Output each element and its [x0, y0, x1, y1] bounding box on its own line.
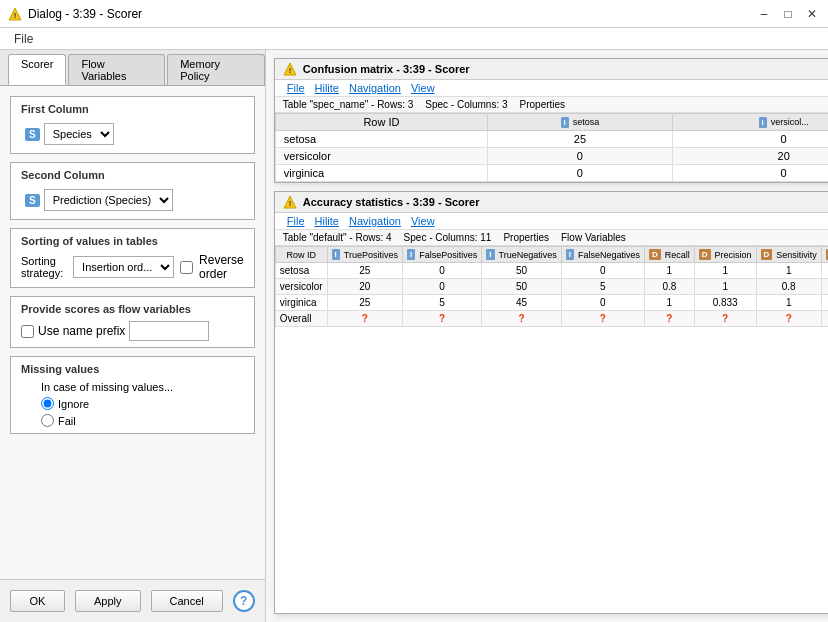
- confusion-navigation-menu[interactable]: Navigation: [345, 82, 405, 94]
- dialog-buttons: OK Apply Cancel ?: [0, 579, 265, 622]
- first-column-select-row: S Species: [21, 121, 244, 147]
- dialog-panel: Scorer Flow Variables Memory Policy Firs…: [0, 50, 266, 622]
- confusion-matrix-menu-bar: File Hilite Navigation View: [275, 80, 828, 97]
- ok-button[interactable]: OK: [10, 590, 65, 612]
- title-bar: ! Dialog - 3:39 - Scorer – □ ✕: [0, 0, 828, 28]
- second-column-select-row: S Prediction (Species): [21, 187, 244, 213]
- tab-flow-variables[interactable]: Flow Variables: [68, 54, 165, 85]
- sorting-strategy-dropdown[interactable]: Insertion ord...: [73, 256, 174, 278]
- use-name-prefix-label: Use name prefix: [38, 324, 125, 338]
- confusion-matrix-title: Confusion matrix - 3:39 - Scorer: [303, 63, 470, 75]
- stat-col-truepos: ITruePositives: [327, 247, 402, 263]
- stat-col-sensitivity: DSensitivity: [756, 247, 821, 263]
- col-badge-setosa: I: [561, 117, 569, 128]
- second-column-section: Second Column S Prediction (Species): [10, 162, 255, 220]
- missing-values-label: Missing values: [21, 363, 244, 375]
- main-menu-bar: File: [0, 28, 828, 50]
- accuracy-warning-icon: !: [283, 195, 297, 209]
- sorting-row: Sorting strategy: Insertion ord... Rever…: [21, 253, 244, 281]
- sorting-label: Sorting of values in tables: [21, 235, 244, 247]
- second-column-label: Second Column: [21, 169, 244, 181]
- accuracy-table-info: Table "default" - Rows: 4 Spec - Columns…: [275, 230, 828, 246]
- reverse-order-label: Reverse order: [199, 253, 244, 281]
- accuracy-view-menu[interactable]: View: [407, 215, 439, 227]
- stat-col-rowid: Row ID: [275, 247, 327, 263]
- table-row: setosa 25 0 0: [275, 131, 828, 148]
- reverse-order-checkbox[interactable]: [180, 261, 193, 274]
- second-column-dropdown[interactable]: Prediction (Species): [44, 189, 173, 211]
- dialog-content: First Column S Species Second Column S P…: [0, 86, 265, 579]
- close-button[interactable]: ✕: [804, 6, 820, 22]
- confusion-table-scroll[interactable]: Row ID I setosa I: [275, 113, 828, 182]
- file-menu[interactable]: File: [8, 32, 39, 46]
- confusion-matrix-title-bar: ! Confusion matrix - 3:39 - Scorer: [275, 59, 828, 80]
- stat-row-overall-id: Overall: [275, 311, 327, 327]
- table-row: virginica 0 0 25: [275, 165, 828, 182]
- cancel-button[interactable]: Cancel: [151, 590, 223, 612]
- maximize-button[interactable]: □: [780, 6, 796, 22]
- accuracy-hilite-menu[interactable]: Hilite: [311, 215, 343, 227]
- accuracy-stats-title: Accuracy statistics - 3:39 - Scorer: [303, 196, 480, 208]
- sorting-section: Sorting of values in tables Sorting stra…: [10, 228, 255, 288]
- tab-memory-policy[interactable]: Memory Policy: [167, 54, 265, 85]
- tab-scorer[interactable]: Scorer: [8, 54, 66, 85]
- missing-values-description: In case of missing values...: [41, 381, 244, 393]
- stat-col-precision: DPrecision: [694, 247, 756, 263]
- use-name-prefix-checkbox[interactable]: [21, 325, 34, 338]
- table-row: setosa 25 0 50 0 1 1 1 1 1 ? ?: [275, 263, 828, 279]
- col-badge-versicol: I: [759, 117, 767, 128]
- svg-text:!: !: [14, 11, 17, 20]
- stat-row-virginica-id: virginica: [275, 295, 327, 311]
- warning-title-icon: !: [8, 7, 22, 21]
- accuracy-stats-window: ! Accuracy statistics - 3:39 - Scorer Fi…: [274, 191, 828, 614]
- tab-bar: Scorer Flow Variables Memory Policy: [0, 50, 265, 86]
- confusion-file-menu[interactable]: File: [283, 82, 309, 94]
- confusion-table-info: Table "spec_name" - Rows: 3 Spec - Colum…: [275, 97, 828, 113]
- confusion-hilite-menu[interactable]: Hilite: [311, 82, 343, 94]
- fail-radio[interactable]: [41, 414, 54, 427]
- right-panel: ! Confusion matrix - 3:39 - Scorer File …: [266, 50, 828, 622]
- first-column-dropdown[interactable]: Species: [44, 123, 114, 145]
- col-header-setosa: I setosa: [488, 114, 673, 131]
- use-name-prefix-row: Use name prefix: [21, 321, 244, 341]
- svg-text:!: !: [288, 199, 291, 208]
- accuracy-file-menu[interactable]: File: [283, 215, 309, 227]
- table-row: versicolor 20 0 50 5 0.8 1 0.8 1 0.889 ?…: [275, 279, 828, 295]
- fail-radio-row: Fail: [41, 414, 244, 427]
- sorting-strategy-label: Sorting strategy:: [21, 255, 67, 279]
- ignore-radio-row: Ignore: [41, 397, 244, 410]
- first-column-badge: S: [25, 128, 40, 141]
- svg-text:!: !: [288, 66, 291, 75]
- accuracy-stats-table: Row ID ITruePositives IFalsePositives IT…: [275, 246, 828, 327]
- first-column-section: First Column S Species: [10, 96, 255, 154]
- accuracy-stats-title-bar: ! Accuracy statistics - 3:39 - Scorer: [275, 192, 828, 213]
- confusion-matrix-window: ! Confusion matrix - 3:39 - Scorer File …: [274, 58, 828, 183]
- stat-col-specificity: DSpecificity: [821, 247, 828, 263]
- table-row: virginica 25 5 45 0 1 0.833 1 0.9 0.909 …: [275, 295, 828, 311]
- table-row: Overall ? ? ? ? ? ? ? ? 0.933 0.9: [275, 311, 828, 327]
- table-row: versicolor 0 20 5: [275, 148, 828, 165]
- flow-variables-label: Provide scores as flow variables: [21, 303, 244, 315]
- stat-col-trueneg: ITrueNegatives: [482, 247, 561, 263]
- name-prefix-input[interactable]: [129, 321, 209, 341]
- accuracy-stats-menu-bar: File Hilite Navigation View: [275, 213, 828, 230]
- fail-label: Fail: [58, 415, 76, 427]
- window-title: Dialog - 3:39 - Scorer: [28, 7, 142, 21]
- stat-row-setosa-id: setosa: [275, 263, 327, 279]
- minimize-button[interactable]: –: [756, 6, 772, 22]
- confusion-warning-icon: !: [283, 62, 297, 76]
- accuracy-navigation-menu[interactable]: Navigation: [345, 215, 405, 227]
- missing-values-radio-group: In case of missing values... Ignore Fail: [41, 381, 244, 427]
- second-column-badge: S: [25, 194, 40, 207]
- apply-button[interactable]: Apply: [75, 590, 141, 612]
- confusion-view-menu[interactable]: View: [407, 82, 439, 94]
- ignore-label: Ignore: [58, 398, 89, 410]
- stat-col-falsepos: IFalsePositives: [403, 247, 482, 263]
- stat-row-versicolor-id: versicolor: [275, 279, 327, 295]
- ignore-radio[interactable]: [41, 397, 54, 410]
- stat-col-falseneg: IFalseNegatives: [561, 247, 644, 263]
- help-button[interactable]: ?: [233, 590, 255, 612]
- accuracy-stats-table-scroll[interactable]: Row ID ITruePositives IFalsePositives IT…: [275, 246, 828, 613]
- missing-values-section: Missing values In case of missing values…: [10, 356, 255, 434]
- stat-col-recall: DRecall: [644, 247, 694, 263]
